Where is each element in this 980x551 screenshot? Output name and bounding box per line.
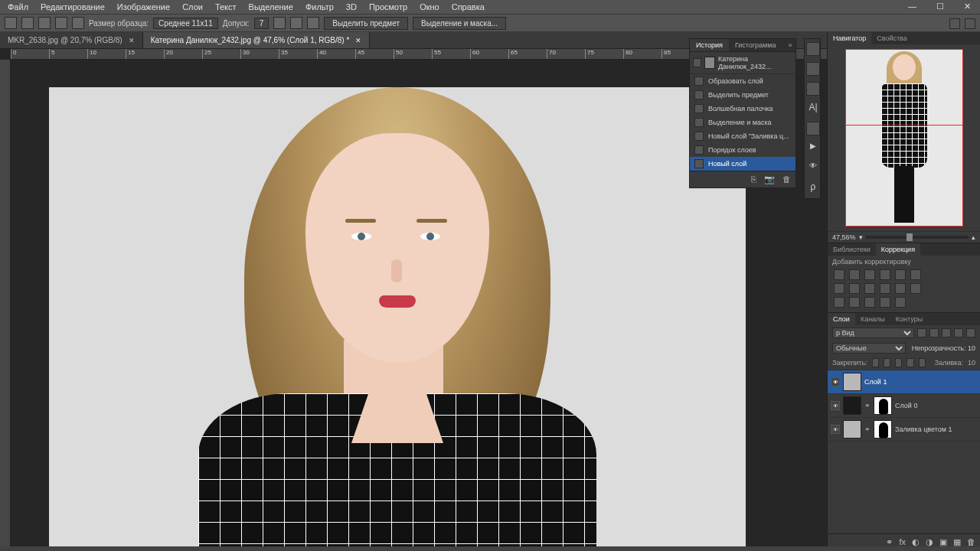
lock-artboard-icon[interactable] [906, 358, 913, 367]
adj-gradient-map-icon[interactable] [880, 297, 890, 308]
layer-row[interactable]: 👁Слой 1 [828, 370, 980, 394]
adj-curves-icon[interactable] [864, 269, 875, 280]
adj-exposure-icon[interactable] [880, 269, 890, 280]
layer-visibility-icon[interactable]: 👁 [831, 377, 840, 386]
lock-position-icon[interactable] [895, 358, 902, 367]
tolerance-value[interactable]: 7 [254, 18, 270, 29]
tab-history[interactable]: История [690, 39, 729, 51]
layer-link-icon[interactable]: ⚭ [864, 402, 871, 409]
zoom-slider[interactable] [866, 236, 969, 239]
history-item[interactable]: Волшебная палочка [690, 102, 795, 116]
adj-bw-icon[interactable] [864, 283, 875, 294]
panel-swatches-icon[interactable] [806, 62, 820, 76]
lock-transparency-icon[interactable] [872, 358, 879, 367]
adj-levels-icon[interactable] [849, 269, 860, 280]
navigator-thumbnail[interactable] [845, 49, 963, 227]
menu-text[interactable]: Текст [209, 2, 243, 11]
panel-brushes-icon[interactable] [806, 82, 820, 96]
adj-channel-mixer-icon[interactable] [895, 283, 906, 294]
layer-kind-select[interactable]: р Вид [832, 328, 914, 338]
layer-row[interactable]: 👁⚭Слой 0 [828, 394, 980, 418]
delete-icon[interactable]: 🗑 [782, 174, 791, 184]
panel-p-icon[interactable]: ρ [806, 181, 820, 195]
minimize-icon[interactable]: — [902, 2, 923, 11]
menu-edit[interactable]: Редактирование [34, 2, 111, 11]
document-tab-2[interactable]: Катерина Данилюк_2432.jpg @ 47,6% (Слой … [143, 32, 371, 48]
workspace-icon[interactable] [965, 18, 975, 29]
search-icon[interactable] [949, 18, 960, 29]
selection-intersect-icon[interactable] [72, 17, 84, 29]
panel-preview-icon[interactable]: 👁 [806, 161, 820, 175]
layer-name-label[interactable]: Заливка цветом 1 [895, 425, 952, 433]
snapshot-icon[interactable]: 📷 [764, 174, 775, 184]
adj-selective-icon[interactable] [895, 297, 906, 308]
selection-add-icon[interactable] [38, 17, 51, 29]
adj-hue-icon[interactable] [834, 283, 844, 294]
tab-properties[interactable]: Свойства [871, 32, 913, 44]
tab-adjustments[interactable]: Коррекция [876, 243, 920, 256]
adj-lookup-icon[interactable] [910, 283, 921, 294]
sample-size-value[interactable]: Среднее 11x11 [153, 18, 218, 29]
filter-smart-icon[interactable] [966, 328, 975, 337]
filter-type-icon[interactable] [942, 328, 951, 337]
zoom-out-icon[interactable]: ▾ [859, 233, 863, 241]
filter-adjust-icon[interactable] [929, 328, 939, 337]
layer-name-label[interactable]: Слой 1 [864, 378, 887, 386]
panel-collapse-icon[interactable]: » [782, 39, 799, 51]
history-item[interactable]: Порядок слоев [690, 143, 795, 157]
layer-visibility-icon[interactable]: 👁 [831, 401, 840, 410]
document-canvas[interactable] [49, 87, 746, 546]
menu-window[interactable]: Окно [413, 2, 446, 11]
zoom-value[interactable]: 47,56% [832, 233, 856, 241]
history-snapshot-thumb[interactable] [704, 57, 715, 69]
select-and-mask-button[interactable]: Выделение и маска... [413, 17, 506, 30]
panel-paragraph-icon[interactable] [806, 122, 820, 135]
tab-channels[interactable]: Каналы [855, 313, 890, 325]
layer-name-label[interactable]: Слой 0 [895, 402, 917, 409]
fill-value[interactable]: 10 [968, 359, 975, 367]
adj-posterize-icon[interactable] [849, 297, 860, 308]
menu-3d[interactable]: 3D [340, 2, 363, 11]
history-item[interactable]: Образовать слой [690, 74, 795, 88]
close-tab-icon[interactable]: ✕ [129, 37, 135, 44]
document-tab-1[interactable]: MKR_2638.jpg @ 20,7% (RGB/8) ✕ [0, 32, 143, 48]
layer-visibility-icon[interactable]: 👁 [831, 425, 840, 434]
history-item[interactable]: Новый слой [690, 157, 795, 171]
close-icon[interactable]: ✕ [958, 2, 977, 11]
filter-pixel-icon[interactable] [917, 328, 926, 337]
contiguous-icon[interactable] [290, 17, 302, 29]
layer-link-icon[interactable]: ⚭ [864, 425, 871, 433]
adj-balance-icon[interactable] [849, 283, 860, 294]
tab-histogram[interactable]: Гистограмма [729, 39, 782, 51]
create-document-icon[interactable]: ⎘ [751, 174, 756, 184]
panel-actions-icon[interactable]: ▶ [806, 142, 820, 155]
adj-photo-filter-icon[interactable] [880, 283, 890, 294]
zoom-in-icon[interactable]: ▴ [972, 233, 975, 241]
adj-more-icon[interactable] [910, 269, 921, 280]
menu-help[interactable]: Справка [446, 2, 491, 11]
tab-paths[interactable]: Контуры [890, 313, 928, 325]
tab-navigator[interactable]: Навигатор [828, 32, 871, 44]
sample-all-icon[interactable] [307, 17, 319, 29]
select-subject-button[interactable]: Выделить предмет [324, 17, 408, 30]
menu-view[interactable]: Просмотр [363, 2, 413, 11]
menu-image[interactable]: Изображение [111, 2, 176, 11]
selection-new-icon[interactable] [21, 17, 34, 29]
opacity-value[interactable]: 10 [968, 344, 975, 352]
close-tab-icon[interactable]: ✕ [355, 37, 361, 44]
tool-magicwand-icon[interactable] [5, 17, 17, 29]
filter-shape-icon[interactable] [954, 328, 963, 337]
tab-libraries[interactable]: Библиотеки [828, 243, 876, 256]
adj-invert-icon[interactable] [834, 297, 844, 308]
adj-vibrance-icon[interactable] [895, 269, 906, 280]
menu-file[interactable]: Файл [2, 2, 34, 11]
menu-select[interactable]: Выделение [243, 2, 299, 11]
tab-layers[interactable]: Слои [828, 313, 855, 325]
adj-brightness-icon[interactable] [834, 269, 844, 280]
history-item[interactable]: Выделить предмет [690, 88, 795, 102]
antialias-icon[interactable] [273, 17, 286, 29]
menu-filter[interactable]: Фильтр [299, 2, 340, 11]
selection-subtract-icon[interactable] [55, 17, 67, 29]
layer-row[interactable]: 👁⚭Заливка цветом 1 [828, 418, 980, 442]
maximize-icon[interactable]: ☐ [930, 2, 950, 11]
